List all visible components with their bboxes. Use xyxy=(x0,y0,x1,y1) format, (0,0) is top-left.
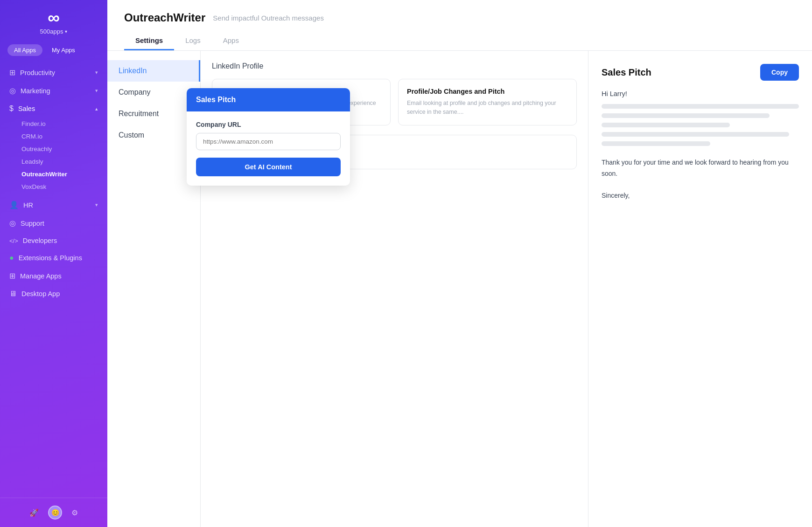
sidebar-item-crm[interactable]: CRM.io xyxy=(0,130,107,143)
rocket-icon[interactable]: 🚀 xyxy=(29,508,39,517)
content-area: LinkedIn Company Recruitment Custom Link… xyxy=(107,51,812,527)
sidebar-tabs: All Apps My Apps xyxy=(0,40,107,61)
page-title: OutreachWriter xyxy=(124,11,205,24)
tab-apps[interactable]: Apps xyxy=(212,32,250,50)
sidebar-bottom: 🚀 😊 ⚙ xyxy=(0,498,107,527)
dropdown-title: Sales Pitch xyxy=(196,96,236,104)
pitch-closing: Thank you for your time and we look forw… xyxy=(602,157,799,201)
sidebar-item-manage-apps[interactable]: ⊞ Manage Apps xyxy=(0,267,107,285)
right-panel-header: Sales Pitch Copy xyxy=(602,64,799,81)
sidebar-logo: ∞ 500apps ▾ xyxy=(0,0,107,40)
pitch-line-1 xyxy=(602,104,799,109)
tab-logs[interactable]: Logs xyxy=(174,32,212,50)
sales-chevron-icon: ▴ xyxy=(95,106,98,112)
sidebar-nav: ⊞ Productivity ▾ ◎ Marketing ▾ $ Sales ▴… xyxy=(0,61,107,498)
pitch-line-3 xyxy=(602,123,730,127)
sidebar-item-developers[interactable]: </> Developers xyxy=(0,232,107,249)
copy-button[interactable]: Copy xyxy=(760,64,799,81)
get-ai-content-button[interactable]: Get AI Content xyxy=(196,158,341,176)
sales-icon: $ xyxy=(9,104,14,113)
logo-icon: ∞ xyxy=(48,9,60,26)
hr-chevron-icon: ▾ xyxy=(95,202,98,208)
sidebar-item-leadsly[interactable]: Leadsly xyxy=(0,155,107,168)
sidebar-tab-my-apps[interactable]: My Apps xyxy=(45,44,82,56)
extensions-icon: ● xyxy=(9,254,14,262)
settings-icon[interactable]: ⚙ xyxy=(71,508,78,517)
developers-icon: </> xyxy=(9,237,18,244)
pitch-line-5 xyxy=(602,141,710,146)
sales-pitch-title: Sales Pitch xyxy=(602,67,651,78)
productivity-chevron-icon: ▾ xyxy=(95,69,98,76)
sidebar-item-finder[interactable]: Finder.io xyxy=(0,118,107,130)
productivity-icon: ⊞ xyxy=(9,68,15,77)
sidebar-item-desktop-app[interactable]: 🖥 Desktop App xyxy=(0,285,107,303)
card-title-2: Profile/Job Changes and Pitch xyxy=(407,88,568,95)
panel-item-linkedin[interactable]: LinkedIn xyxy=(107,60,200,82)
manage-apps-icon: ⊞ xyxy=(9,271,15,280)
card-job-changes[interactable]: Profile/Job Changes and Pitch Email look… xyxy=(398,79,577,125)
sidebar-item-extensions[interactable]: ● Extensions & Plugins xyxy=(0,249,107,267)
page-subtitle: Send impactful Outreach messages xyxy=(213,14,324,22)
card-desc-2: Email looking at profile and job changes… xyxy=(407,99,568,117)
sidebar-item-outreachwriter[interactable]: OutreachWriter xyxy=(0,168,107,180)
marketing-icon: ◎ xyxy=(9,86,16,95)
company-url-label: Company URL xyxy=(196,121,341,128)
dropdown-header: Sales Pitch xyxy=(187,88,350,111)
sidebar-item-voxdesk[interactable]: VoxDesk xyxy=(0,180,107,193)
pitch-line-2 xyxy=(602,113,770,118)
linkedin-section-title: LinkedIn Profile xyxy=(212,62,577,70)
brand-chevron-icon: ▾ xyxy=(65,29,67,34)
marketing-chevron-icon: ▾ xyxy=(95,88,98,94)
sidebar-item-outreachly[interactable]: Outreachly xyxy=(0,143,107,155)
avatar[interactable]: 😊 xyxy=(48,506,62,520)
sidebar-item-marketing[interactable]: ◎ Marketing ▾ xyxy=(0,82,107,100)
brand-name[interactable]: 500apps ▾ xyxy=(40,28,68,35)
tab-settings[interactable]: Settings xyxy=(124,32,174,50)
hr-icon: 👤 xyxy=(9,201,19,209)
desktop-app-icon: 🖥 xyxy=(9,290,17,298)
sidebar-tab-all-apps[interactable]: All Apps xyxy=(7,44,42,56)
sidebar-item-sales[interactable]: $ Sales ▴ xyxy=(0,100,107,118)
sidebar-item-hr[interactable]: 👤 HR ▾ xyxy=(0,196,107,214)
pitch-greeting: Hi Larry! xyxy=(602,90,799,97)
sales-pitch-dropdown: Sales Pitch Company URL Get AI Content xyxy=(187,88,350,186)
main-header: OutreachWriter Send impactful Outreach m… xyxy=(107,0,812,51)
support-icon: ◎ xyxy=(9,219,16,228)
pitch-line-4 xyxy=(602,132,789,137)
right-panel: Sales Pitch Copy Hi Larry! Thank you for… xyxy=(588,51,812,527)
sidebar-item-support[interactable]: ◎ Support xyxy=(0,214,107,232)
main-content: OutreachWriter Send impactful Outreach m… xyxy=(107,0,812,527)
company-url-input[interactable] xyxy=(196,133,341,150)
sidebar: ∞ 500apps ▾ All Apps My Apps ⊞ Productiv… xyxy=(0,0,107,527)
main-tabs: Settings Logs Apps xyxy=(124,32,795,50)
dropdown-body: Company URL Get AI Content xyxy=(187,111,350,186)
sales-sub-nav: Finder.io CRM.io Outreachly Leadsly Outr… xyxy=(0,118,107,196)
sidebar-item-productivity[interactable]: ⊞ Productivity ▾ xyxy=(0,63,107,82)
